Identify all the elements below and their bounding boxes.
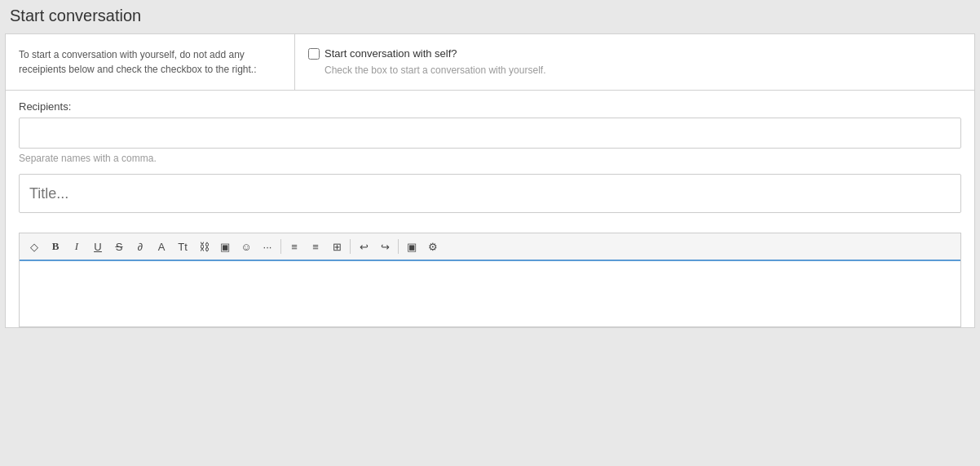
page-container: Start conversation To start a conversati… [0, 0, 980, 466]
title-input[interactable] [19, 174, 961, 213]
eraser-button[interactable]: ◇ [24, 237, 44, 256]
checkbox-hint: Check the box to start a conversation wi… [324, 64, 961, 76]
editor-container: ◇ B I U S ∂ A Tt ⛓ ▣ ☺ ··· ≡ ≡ ⊞ ↩ ↪ [19, 233, 961, 327]
main-content: To start a conversation with yourself, d… [5, 33, 975, 328]
toolbar-separator-1 [280, 239, 281, 254]
toolbar-separator-3 [398, 239, 399, 254]
form-section: Recipients: Separate names with a comma. [6, 91, 974, 164]
editor-toolbar: ◇ B I U S ∂ A Tt ⛓ ▣ ☺ ··· ≡ ≡ ⊞ ↩ ↪ [20, 233, 960, 261]
align-left-button[interactable]: ≡ [285, 237, 304, 256]
link-button[interactable]: ⛓ [194, 237, 214, 256]
recipients-hint: Separate names with a comma. [19, 153, 961, 164]
editor-body[interactable] [20, 261, 960, 326]
align-right-button[interactable]: ≡ [306, 237, 325, 256]
info-row: To start a conversation with yourself, d… [6, 34, 974, 91]
recipients-input[interactable] [19, 118, 961, 149]
image-button[interactable]: ▣ [215, 237, 235, 256]
bold-button[interactable]: B [46, 237, 65, 256]
info-text: To start a conversation with yourself, d… [19, 49, 257, 75]
font-color-button[interactable]: A [152, 237, 171, 256]
info-left: To start a conversation with yourself, d… [6, 34, 295, 90]
toolbar-separator-2 [350, 239, 351, 254]
strikethrough-button[interactable]: S [109, 237, 129, 256]
emoji-button[interactable]: ☺ [236, 237, 256, 256]
info-right: Start conversation with self? Check the … [295, 34, 974, 90]
undo-button[interactable]: ↩ [354, 237, 373, 256]
more-button[interactable]: ··· [258, 237, 277, 256]
checkbox-label: Start conversation with self? [324, 47, 457, 60]
italic-button[interactable]: I [67, 237, 86, 256]
title-section [6, 174, 974, 223]
table-button[interactable]: ⊞ [327, 237, 347, 256]
page-title: Start conversation [0, 0, 980, 33]
self-conversation-checkbox[interactable] [308, 48, 320, 60]
text-size-button[interactable]: Tt [173, 237, 192, 256]
ink-button[interactable]: ∂ [130, 237, 150, 256]
redo-button[interactable]: ↪ [375, 237, 395, 256]
settings-button[interactable]: ⚙ [423, 237, 443, 256]
checkbox-row: Start conversation with self? [308, 47, 961, 60]
preview-button[interactable]: ▣ [402, 237, 422, 256]
underline-button[interactable]: U [88, 237, 108, 256]
recipients-label: Recipients: [19, 100, 961, 113]
